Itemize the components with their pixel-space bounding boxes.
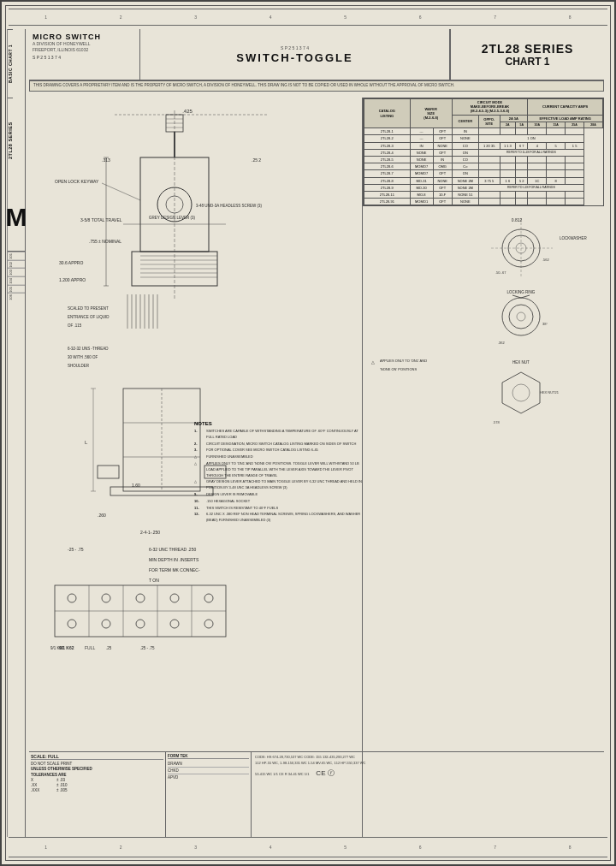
svg-text:'NONE ON' POSITIONS: 'NONE ON' POSITIONS: [380, 367, 417, 371]
main-page: BASIC CHART 1 2TL28 SERIES M 101 102 103…: [0, 0, 616, 866]
tolerances-block: SCALE: FULL DO NOT SCALE PRINT UNLESS OT…: [29, 752, 166, 837]
svg-point-75: [204, 594, 213, 602]
note-item-3: 3- FOR OPTIONAL COVER SEE MICRO SWITCH C…: [194, 448, 365, 454]
svg-point-71: [68, 594, 76, 602]
svg-point-74: [170, 594, 179, 602]
table-row: 2TL28-5 NONE IN CO: [364, 157, 603, 163]
svg-text:6-32 UNC THREAD .250: 6-32 UNC THREAD .250: [149, 547, 196, 552]
svg-point-96: [502, 298, 540, 335]
svg-text:1.60: 1.60: [132, 483, 140, 488]
table-row: 2TL28-91 MOMO1 OFT NONE: [364, 199, 603, 205]
svg-text:.260: .260: [98, 513, 106, 518]
svg-text:LOCKING RING: LOCKING RING: [507, 290, 536, 294]
svg-point-72: [102, 594, 110, 602]
svg-text:L: L: [85, 440, 88, 445]
svg-text:.25: .25: [106, 646, 112, 650]
sidebar-series: 2TL28 SERIES: [8, 98, 13, 183]
svg-text:.562: .562: [542, 258, 550, 262]
svg-text:3-5/8 TOTAL TRAVEL: 3-5/8 TOTAL TRAVEL: [80, 217, 122, 222]
svg-text:9/1 K62: 9/1 K62: [59, 645, 74, 650]
table-row: 2TL28-3 IN NONE CO 1 20 35 1 1 3 6 7 4 5…: [364, 142, 603, 149]
svg-text:.50-.67: .50-.67: [495, 270, 506, 275]
note-item-1: 1- SWITCHES ARE CAPABLE OF WITHSTANDING …: [194, 429, 365, 441]
svg-text:APPLIES ONLY TO 'ON1' AND: APPLIES ONLY TO 'ON1' AND: [380, 359, 427, 363]
top-border-markers: 1 2 3 4 5 6 7 8: [9, 9, 607, 26]
svg-text:.25 2: .25 2: [252, 157, 261, 163]
svg-text:.578: .578: [493, 420, 500, 424]
svg-point-79: [170, 620, 179, 628]
series-chart-block: 2TL28 SERIES CHART 1: [450, 29, 604, 80]
left-sidebar: BASIC CHART 1 2TL28 SERIES M 101 102 103…: [7, 29, 26, 837]
table-row: 2TL28-7 MOMO7 OFT ON: [364, 170, 603, 177]
note-item-4: △ FURNISHED UNASSEMBLED: [194, 454, 365, 460]
svg-text:3-48 UNO-3A HEADLESS SCREW (3): 3-48 UNO-3A HEADLESS SCREW (3): [196, 204, 263, 208]
bottom-border-markers: 1 2 3 4 5 6 7 8: [9, 837, 607, 857]
svg-text:FULL: FULL: [85, 645, 95, 650]
svg-text:HEX NUT: HEX NUT: [512, 360, 530, 365]
svg-point-80: [204, 620, 213, 628]
table-row: 2TL28-9 MO-30 OFT NONE 2M REFER TO L28 F…: [364, 184, 603, 191]
code-lines-block: CODE: HS 674-28,730,537 WC CODE: 155 132…: [252, 752, 604, 837]
detail-drawings-svg: 0.812 LOCKWASHER .562 .50-.67 LOCKING RI…: [363, 210, 607, 552]
svg-rect-50: [98, 466, 119, 478]
m-block: M: [8, 183, 25, 252]
technical-drawing-svg: .425 OPEN LOCK KEYWAY: [29, 98, 363, 679]
table-row: 2TL28-11 MO-8 10-F NONE 51: [364, 191, 603, 198]
svg-text:ENTRANCE OF LIQUID: ENTRANCE OF LIQUID: [68, 315, 110, 319]
note-item-11: 11- THIS SWITCH IS RESISTANT TO 40°F FUE…: [194, 506, 365, 512]
svg-text:OPEN LOCK KEYWAY: OPEN LOCK KEYWAY: [55, 179, 99, 184]
note-item-10: 10- .150 HEXAGONAL SOCKET: [194, 499, 365, 505]
note-item-9: 9- DESIGN LEVER IS REMOVABLE: [194, 492, 365, 498]
svg-text:.755 ± NOMINAL: .755 ± NOMINAL: [89, 239, 121, 244]
table-row: 2TL28-4 NONE OFT ON REFER TO 1L28 FOR AL…: [364, 149, 603, 156]
spec-table-container: CATALOGLISTING WAFERSIZE(M-2-6-8) CIRCUI…: [363, 98, 604, 206]
number-grid: 101 102 103 104 105 106: [8, 252, 25, 301]
svg-text:.25 - .75: .25 - .75: [140, 646, 155, 650]
spec-table: CATALOGLISTING WAFERSIZE(M-2-6-8) CIRCUI…: [364, 98, 603, 205]
sidebar-basic-chart: BASIC CHART 1: [8, 29, 13, 98]
table-row: 2TL28-1 --- OFT IN: [364, 128, 603, 135]
svg-marker-104: [502, 372, 540, 413]
svg-text:30.6 APPRO: 30.6 APPRO: [59, 260, 83, 265]
svg-point-98: [517, 312, 525, 321]
svg-text:.362: .362: [498, 341, 506, 345]
svg-point-73: [136, 594, 145, 602]
svg-point-78: [136, 620, 145, 628]
svg-line-99: [512, 295, 521, 298]
svg-line-3: [102, 183, 140, 200]
svg-point-76: [68, 620, 76, 628]
svg-text:FOR TERM MK CONNEC-: FOR TERM MK CONNEC-: [149, 567, 200, 572]
svg-text:SHOULDER: SHOULDER: [68, 364, 90, 368]
title-area: MICRO SWITCH A DIVISION OF HONEYWELL FRE…: [29, 29, 604, 80]
notes-list: 1- SWITCHES ARE CAPABLE OF WITHSTANDING …: [194, 429, 365, 524]
svg-point-105: [512, 384, 530, 401]
svg-text:OF .115: OF .115: [68, 323, 82, 328]
form-info-block: FORM TEK DRAWN CHKD APVD: [166, 752, 252, 837]
svg-text:1.200 APPRO: 1.200 APPRO: [59, 277, 86, 282]
svg-text:SCALED TO PRESENT: SCALED TO PRESENT: [68, 306, 109, 311]
table-row: 2TL28-2 --- OFT NONE 1 ON: [364, 135, 603, 142]
proprietary-notice: THIS DRAWING COVERS A PROPRIETARY ITEM A…: [29, 80, 604, 92]
company-info-block: MICRO SWITCH A DIVISION OF HONEYWELL FRE…: [29, 29, 140, 80]
table-row: 2TL28-6 MOMO7 OMG Co: [364, 163, 603, 170]
svg-text:-25 - .75: -25 - .75: [68, 547, 84, 552]
svg-text:T ON: T ON: [149, 578, 159, 583]
svg-text:△: △: [371, 360, 375, 365]
svg-line-100: [521, 295, 530, 298]
svg-text:38°: 38°: [542, 322, 548, 326]
note-item-5: △ APPLIES ONLY TO 'ON1' AND 'NONE ON' PO…: [194, 461, 365, 478]
svg-text:30 WITH .560 OF: 30 WITH .560 OF: [68, 355, 98, 359]
svg-point-97: [509, 305, 533, 329]
svg-text:LOCKWASHER: LOCKWASHER: [560, 236, 588, 240]
svg-text:GREY DESIGN LEVER (3): GREY DESIGN LEVER (3): [149, 216, 195, 220]
drawing-title-block: S P 2 5 1 3 7 4 SWITCH-TOGGLE: [140, 29, 450, 80]
right-area: CATALOGLISTING WAFERSIZE(M-2-6-8) CIRCUI…: [363, 98, 604, 837]
bottom-info-area: SCALE: FULL DO NOT SCALE PRINT UNLESS OT…: [29, 751, 604, 837]
svg-text:MIN DEPTH IN .INSERTS: MIN DEPTH IN .INSERTS: [149, 557, 199, 562]
svg-text:.313: .313: [102, 157, 110, 163]
svg-text:2-4-1-.250: 2-4-1-.250: [140, 530, 160, 535]
note-item-12: 12- 6-32 UNC X .380 REF NON HEAD TERMINA…: [194, 512, 365, 524]
svg-text:.425: .425: [182, 109, 192, 114]
note-item-6: △ GRAY DESIGN LEVER ATTACHED TO MAIN TOG…: [194, 479, 365, 491]
note-item-2: 2- CIRCUIT DESIGNATION, MICRO SWITCH CAT…: [194, 442, 365, 448]
